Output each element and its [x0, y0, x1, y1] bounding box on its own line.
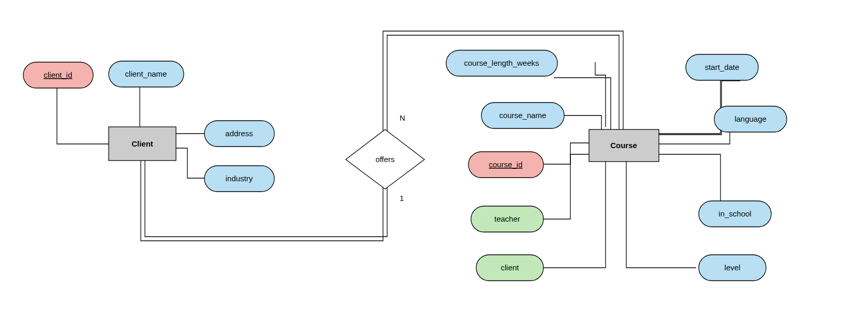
edge-course-length	[595, 62, 606, 127]
attr-client-name-label: client_name	[125, 69, 167, 78]
attr-course-id-label: course_id	[489, 160, 522, 169]
edge-course-level	[626, 161, 696, 268]
relationship-offers: offers	[346, 129, 424, 189]
attr-address: address	[204, 121, 274, 147]
cardinality-n: N	[400, 113, 405, 122]
edge-client-clientid	[57, 87, 109, 144]
attr-client-id-label: client_id	[43, 70, 72, 79]
er-diagram: Client client_id client_name address ind…	[0, 0, 868, 319]
attr-course-name: course_name	[481, 103, 564, 128]
attr-in-school: in_school	[699, 201, 771, 227]
attr-client-name: client_name	[109, 61, 184, 87]
entity-course: Course	[589, 129, 659, 162]
attr-start-date: start_date	[686, 54, 758, 80]
attr-start-date-label: start_date	[705, 63, 740, 71]
attr-course-name-label: course_name	[499, 111, 547, 120]
attr-address-label: address	[225, 129, 253, 138]
cardinality-1: 1	[400, 194, 404, 202]
entity-course-label: Course	[610, 141, 637, 150]
attr-level-label: level	[725, 263, 741, 272]
attr-course-length-weeks-label: course_length_weeks	[464, 59, 539, 67]
entity-client: Client	[109, 127, 176, 161]
attr-level: level	[699, 255, 766, 281]
attr-client: client	[476, 255, 543, 281]
relationship-offers-label: offers	[375, 155, 394, 164]
edge-course-coursename	[562, 115, 601, 129]
attr-language: language	[714, 106, 787, 132]
attr-course-length-weeks: course_length_weeks	[446, 50, 557, 76]
attr-industry: industry	[204, 166, 274, 192]
entity-client-label: Client	[131, 139, 153, 148]
edge-client-industry	[175, 148, 204, 178]
attr-language-label: language	[734, 114, 767, 123]
attr-industry-label: industry	[226, 174, 253, 183]
attr-client-label: client	[501, 263, 519, 272]
attr-teacher-label: teacher	[494, 214, 520, 223]
attr-teacher: teacher	[471, 206, 543, 232]
attr-in-school-label: in_school	[718, 209, 751, 218]
attr-client-id: client_id	[23, 62, 93, 88]
attr-course-id: course_id	[468, 152, 543, 178]
